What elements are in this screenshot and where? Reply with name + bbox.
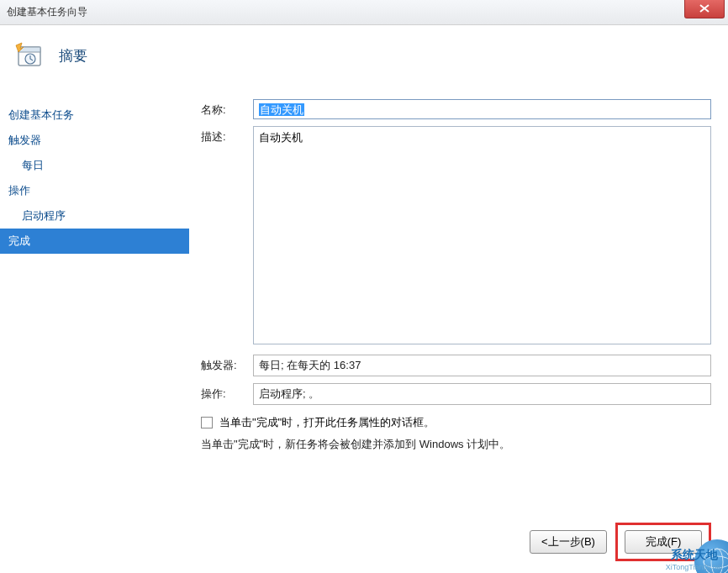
description-textarea[interactable] (253, 126, 711, 344)
wizard-footer: <上一步(B) 完成(F) (530, 523, 711, 561)
sidebar-item-action[interactable]: 操作 (0, 178, 189, 203)
wizard-steps-sidebar: 创建基本任务 触发器 每日 操作 启动程序 完成 (0, 96, 189, 507)
name-input[interactable]: 自动关机 (253, 99, 711, 119)
open-properties-checkbox[interactable] (201, 417, 213, 428)
titlebar: 创建基本任务向导 (0, 0, 728, 25)
wizard-main: 名称: 自动关机 描述: 触发器: 每日; 在每天的 16:37 操作: 启动程… (189, 96, 728, 507)
finish-highlight-box: 完成(F) (615, 523, 711, 561)
name-label: 名称: (201, 99, 253, 119)
sidebar-item-finish[interactable]: 完成 (0, 229, 189, 254)
svg-point-5 (711, 549, 723, 573)
trigger-label: 触发器: (201, 355, 253, 376)
back-button[interactable]: <上一步(B) (530, 530, 607, 554)
sidebar-item-trigger[interactable]: 触发器 (0, 128, 189, 153)
page-title: 摘要 (59, 46, 87, 66)
finish-info-text: 当单击"完成"时，新任务将会被创建并添加到 Windows 计划中。 (201, 437, 711, 452)
sidebar-item-daily[interactable]: 每日 (0, 153, 189, 178)
finish-button[interactable]: 完成(F) (625, 530, 702, 554)
wizard-header: 摘要 (0, 25, 728, 96)
name-input-value: 自动关机 (259, 103, 304, 116)
open-properties-row: 当单击"完成"时，打开此任务属性的对话框。 (201, 415, 711, 430)
watermark-en: XiTongTianDi.net (666, 563, 723, 571)
close-icon (699, 3, 710, 15)
sidebar-item-start-program[interactable]: 启动程序 (0, 203, 189, 229)
close-button[interactable] (684, 0, 725, 18)
window-title: 创建基本任务向导 (7, 5, 87, 19)
open-properties-label: 当单击"完成"时，打开此任务属性的对话框。 (219, 415, 435, 430)
sidebar-item-create-task[interactable]: 创建基本任务 (0, 103, 189, 128)
trigger-value: 每日; 在每天的 16:37 (253, 355, 711, 376)
action-value: 启动程序; 。 (253, 383, 711, 405)
description-label: 描述: (201, 126, 253, 344)
action-label: 操作: (201, 383, 253, 405)
summary-icon (13, 40, 44, 71)
wizard-body: 创建基本任务 触发器 每日 操作 启动程序 完成 名称: 自动关机 描述: 触发… (0, 96, 728, 507)
